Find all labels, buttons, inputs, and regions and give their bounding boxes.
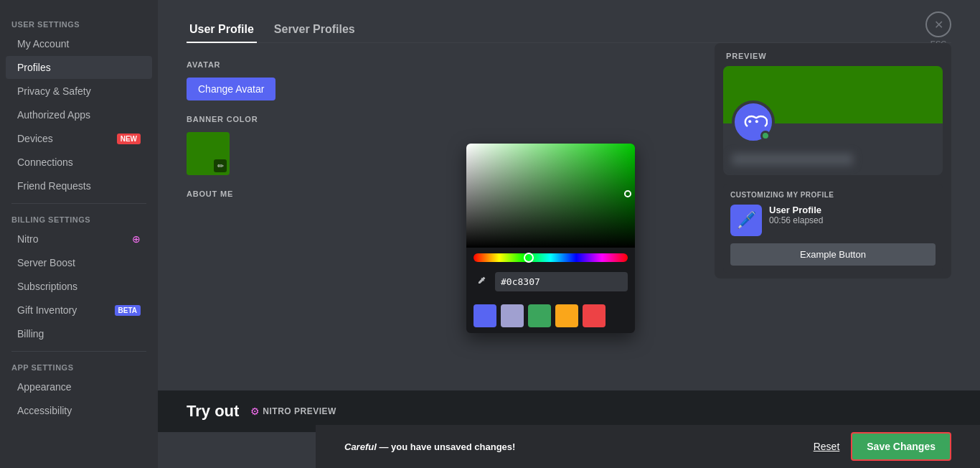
sidebar-divider-2 xyxy=(11,351,146,352)
preview-card xyxy=(723,66,943,175)
eyedropper-button[interactable] xyxy=(473,273,489,291)
nitro-icon: ⊕ xyxy=(132,233,141,245)
sidebar-app-settings-label: App Settings xyxy=(0,357,158,375)
sidebar-item-label: Authorized Apps xyxy=(17,109,90,121)
unsaved-detail: — you have unsaved changes! xyxy=(377,441,516,452)
sidebar-item-connections[interactable]: Connections xyxy=(6,151,152,174)
sidebar-item-label: Server Boost xyxy=(17,257,75,268)
tabs: User Profile Server Profiles xyxy=(187,17,951,43)
color-input-row xyxy=(466,268,635,299)
sidebar-item-label: Subscriptions xyxy=(17,281,77,292)
sidebar-item-label: My Account xyxy=(17,38,69,50)
hue-slider[interactable] xyxy=(473,253,628,262)
sidebar-item-nitro[interactable]: Nitro ⊕ xyxy=(6,228,152,251)
sidebar-item-server-boost[interactable]: Server Boost xyxy=(6,251,152,274)
sidebar-item-label: Billing xyxy=(17,328,44,340)
tab-user-profile[interactable]: User Profile xyxy=(187,17,257,43)
reset-button[interactable]: Reset xyxy=(802,435,852,458)
sidebar: User Settings My Account Profiles Privac… xyxy=(0,0,158,468)
hex-input[interactable] xyxy=(495,272,628,291)
change-avatar-button[interactable]: Change Avatar xyxy=(187,78,275,100)
customizing-label: Customizing My Profile xyxy=(730,191,936,199)
nitro-preview-label: Nitro Preview xyxy=(263,406,336,416)
sidebar-user-settings-label: User Settings xyxy=(0,14,158,32)
activity-title: User Profile xyxy=(769,205,823,215)
activity-time: 00:56 elapsed xyxy=(769,215,823,225)
sidebar-item-subscriptions[interactable]: Subscriptions xyxy=(6,275,152,298)
preview-label: Preview xyxy=(715,43,951,66)
banner-color-swatch[interactable]: ✏ xyxy=(187,132,230,175)
sidebar-item-billing[interactable]: Billing xyxy=(6,322,152,345)
preview-activity: 🖊️ User Profile 00:56 elapsed xyxy=(730,205,936,236)
save-changes-button[interactable]: Save Changes xyxy=(851,432,951,461)
nitro-badge: ⚙ Nitro Preview xyxy=(250,406,336,417)
sidebar-item-devices[interactable]: Devices NEW xyxy=(6,127,152,150)
try-out-text: Try out xyxy=(187,402,239,421)
sidebar-item-label: Connections xyxy=(17,156,73,168)
sidebar-item-accessibility[interactable]: Accessibility xyxy=(6,399,152,422)
sidebar-item-gift-inventory[interactable]: Gift Inventory BETA xyxy=(6,299,152,322)
tab-server-profiles[interactable]: Server Profiles xyxy=(271,17,358,43)
preview-name-area xyxy=(723,148,943,175)
color-picker-popup xyxy=(466,144,635,333)
online-dot xyxy=(760,131,771,141)
unsaved-changes-bar: Careful — you have unsaved changes! Rese… xyxy=(316,425,980,468)
sidebar-billing-settings-label: Billing Settings xyxy=(0,210,158,227)
close-icon[interactable]: ✕ xyxy=(925,11,951,37)
main-content: ✕ ESC User Profile Server Profiles Avata… xyxy=(158,0,980,468)
gradient-handle[interactable] xyxy=(624,190,631,197)
sidebar-item-friend-requests[interactable]: Friend Requests xyxy=(6,174,152,197)
color-preset-yellow[interactable] xyxy=(555,304,578,327)
sidebar-item-label: Profiles xyxy=(17,62,51,73)
activity-text: User Profile 00:56 elapsed xyxy=(769,205,823,225)
sidebar-item-my-account[interactable]: My Account xyxy=(6,32,152,55)
svg-point-2 xyxy=(755,120,758,123)
color-presets xyxy=(466,299,635,333)
sidebar-item-label: Accessibility xyxy=(17,405,72,416)
preview-customizing: Customizing My Profile 🖊️ User Profile 0… xyxy=(723,184,943,273)
unsaved-warning-text: Careful — you have unsaved changes! xyxy=(344,441,802,452)
sidebar-item-label: Friend Requests xyxy=(17,180,91,192)
sidebar-item-label: Privacy & Safety xyxy=(17,85,91,97)
sidebar-item-label: Appearance xyxy=(17,381,72,393)
preview-panel: Preview Customizing My Profile xyxy=(715,43,951,279)
beta-badge: BETA xyxy=(115,305,141,316)
svg-point-1 xyxy=(748,120,751,123)
hue-handle[interactable] xyxy=(524,253,534,263)
sidebar-divider-1 xyxy=(11,203,146,204)
sidebar-item-label: Gift Inventory xyxy=(17,304,77,316)
color-preset-red[interactable] xyxy=(583,304,606,327)
hue-slider-container xyxy=(466,248,635,268)
username-blur xyxy=(732,154,853,165)
pencil-icon: ✏ xyxy=(214,159,227,172)
sidebar-item-authorized-apps[interactable]: Authorized Apps xyxy=(6,103,152,126)
careful-text: Careful xyxy=(344,441,377,452)
activity-icon: 🖊️ xyxy=(730,205,762,236)
color-preset-blue[interactable] xyxy=(473,304,496,327)
new-badge: NEW xyxy=(117,134,141,144)
sidebar-item-label: Nitro xyxy=(17,233,39,245)
nitro-badge-icon: ⚙ xyxy=(250,406,260,417)
preview-banner xyxy=(723,66,943,123)
color-gradient[interactable] xyxy=(466,144,635,248)
color-preset-green[interactable] xyxy=(528,304,551,327)
sidebar-item-privacy-safety[interactable]: Privacy & Safety xyxy=(6,80,152,103)
sidebar-item-profiles[interactable]: Profiles xyxy=(6,56,152,79)
sidebar-item-label: Devices xyxy=(17,133,53,144)
example-button[interactable]: Example Button xyxy=(730,243,936,266)
color-preset-lavender[interactable] xyxy=(501,304,524,327)
sidebar-item-appearance[interactable]: Appearance xyxy=(6,375,152,398)
